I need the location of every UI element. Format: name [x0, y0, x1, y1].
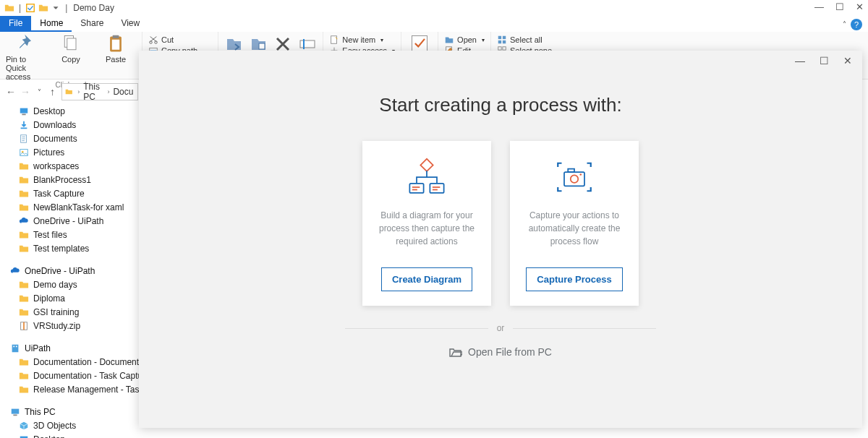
tree-item-icon: [19, 244, 29, 254]
chevron-right-icon[interactable]: ›: [107, 88, 109, 95]
back-button[interactable]: ←: [6, 85, 16, 98]
tree-item-icon: [19, 357, 29, 367]
tree-item[interactable]: Desktop: [6, 432, 194, 438]
create-diagram-button[interactable]: Create Diagram: [381, 267, 472, 291]
capture-process-button[interactable]: Capture Process: [526, 267, 622, 291]
breadcrumb-seg[interactable]: Docu: [113, 87, 133, 97]
svg-rect-18: [503, 40, 506, 43]
svg-rect-12: [331, 36, 337, 44]
ribbon-group-clipboard: Pin to Quick access Copy Paste Clipboard: [0, 32, 142, 79]
svg-rect-34: [13, 414, 17, 416]
svg-rect-16: [503, 36, 506, 39]
help-button[interactable]: ?: [851, 19, 862, 30]
svg-rect-19: [498, 47, 501, 50]
svg-rect-31: [13, 345, 14, 347]
tree-item-icon: [19, 434, 29, 439]
svg-rect-0: [27, 4, 35, 12]
up-button[interactable]: ↑: [48, 85, 56, 98]
svg-point-48: [579, 173, 582, 176]
forward-button[interactable]: →: [20, 85, 30, 98]
address-bar[interactable]: › This PC › Docu: [61, 83, 139, 100]
copy-button[interactable]: Copy: [51, 33, 91, 81]
ribbon-toggle-icon[interactable]: [25, 3, 35, 13]
tree-item-icon: [19, 385, 29, 395]
tree-item-icon: [19, 189, 29, 199]
tree-item-icon: [19, 421, 29, 431]
cut-button[interactable]: Cut: [148, 35, 212, 45]
capture-process-card: Capture your actions to automatically cr…: [510, 141, 639, 306]
open-file-from-pc-button[interactable]: Open File from PC: [449, 346, 552, 358]
label: Paste: [106, 55, 126, 64]
pin-icon: [16, 33, 36, 53]
svg-rect-4: [113, 35, 119, 38]
folder-icon: [38, 3, 48, 13]
close-button[interactable]: ✕: [856, 1, 864, 12]
card-description: Capture your actions to automatically cr…: [520, 209, 629, 267]
tab-home[interactable]: Home: [31, 16, 72, 32]
svg-rect-46: [568, 169, 574, 172]
tree-item-icon: [19, 216, 29, 226]
recent-button[interactable]: ˅: [35, 85, 43, 98]
svg-rect-20: [503, 47, 506, 50]
svg-rect-32: [16, 345, 17, 347]
maximize-button[interactable]: ☐: [835, 1, 844, 12]
cloud-icon: [10, 266, 20, 276]
create-diagram-card: Build a diagram for your process then ca…: [362, 141, 491, 306]
minimize-button[interactable]: —: [814, 1, 824, 12]
breadcrumb-seg[interactable]: This PC: [83, 82, 103, 102]
label: Copy: [61, 55, 80, 64]
collapse-ribbon-icon[interactable]: ˄: [843, 20, 846, 28]
copy-icon: [61, 33, 81, 53]
tree-item-icon: [19, 230, 29, 240]
svg-rect-40: [430, 184, 443, 193]
svg-rect-17: [498, 40, 501, 43]
tree-item-icon: [19, 280, 29, 290]
tree-item-icon: [19, 147, 29, 158]
svg-point-47: [571, 175, 579, 183]
dropdown-icon[interactable]: ⏷: [53, 4, 59, 12]
folder-icon: [4, 3, 14, 13]
svg-rect-10: [259, 43, 265, 49]
select-all-button[interactable]: Select all: [497, 35, 552, 45]
window-controls: — ☐ ✕: [814, 1, 864, 12]
tab-share[interactable]: Share: [72, 16, 112, 32]
svg-rect-41: [412, 186, 420, 188]
new-item-button[interactable]: New item▾: [329, 35, 395, 45]
tree-item-icon: [19, 371, 29, 381]
tab-view[interactable]: View: [112, 16, 148, 32]
card-description: Build a diagram for your process then ca…: [373, 209, 481, 267]
svg-rect-13: [412, 36, 427, 51]
or-divider: or: [345, 323, 656, 333]
tree-item-icon: [19, 120, 29, 130]
open-button[interactable]: Open▾: [444, 35, 485, 45]
svg-rect-26: [20, 149, 28, 155]
paste-button[interactable]: Paste: [95, 33, 136, 81]
modal-maximize-button[interactable]: ☐: [820, 55, 829, 66]
pin-to-quick-access-button[interactable]: Pin to Quick access: [6, 33, 46, 81]
svg-rect-23: [20, 108, 28, 113]
folder-icon: [65, 86, 73, 98]
tree-item-icon: [19, 161, 29, 171]
svg-rect-29: [23, 322, 25, 330]
camera-capture-icon: [549, 155, 600, 199]
scissors-icon: [148, 35, 158, 45]
paste-icon: [106, 33, 126, 53]
tree-item-icon: [19, 307, 29, 317]
svg-rect-43: [433, 186, 441, 188]
svg-rect-2: [67, 38, 76, 50]
svg-rect-15: [498, 36, 501, 39]
svg-rect-38: [420, 159, 433, 171]
tab-file[interactable]: File: [0, 16, 31, 32]
svg-rect-42: [412, 189, 417, 191]
modal-heading: Start creating a process with:: [168, 94, 833, 116]
modal-minimize-button[interactable]: —: [795, 55, 805, 66]
modal-window-controls: — ☐ ✕: [795, 55, 852, 66]
tree-item-icon: [19, 293, 29, 304]
chevron-right-icon[interactable]: ›: [77, 88, 80, 95]
tree-item-icon: [19, 106, 29, 116]
open-icon: [444, 35, 454, 45]
modal-close-button[interactable]: ✕: [843, 55, 852, 66]
svg-rect-30: [12, 344, 19, 352]
tree-item-icon: [19, 134, 29, 144]
task-capture-start-window: — ☐ ✕ Start creating a process with: Bui…: [139, 51, 862, 428]
